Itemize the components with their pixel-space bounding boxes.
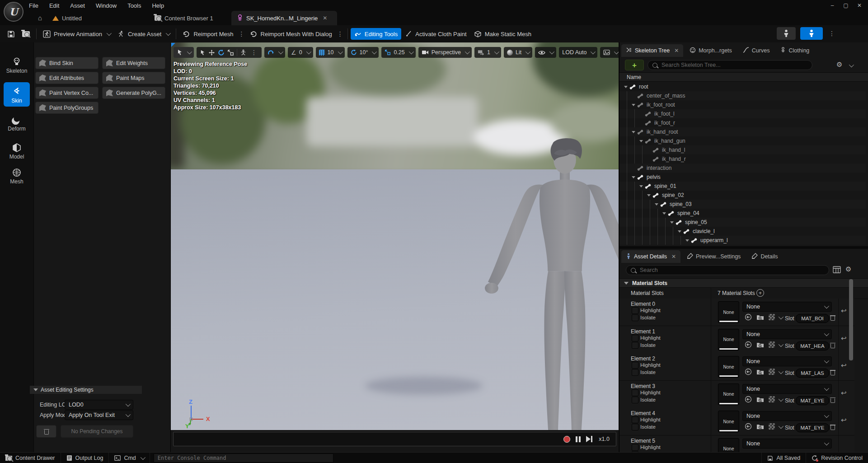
tab-details[interactable]: Details [747, 250, 782, 263]
expander-icon[interactable] [632, 131, 635, 133]
preview-animation-button[interactable]: Preview Animation [39, 28, 114, 40]
isolate-checkbox[interactable] [632, 397, 638, 403]
slot-name-field[interactable]: MAT_EYE [796, 423, 829, 432]
material-slots-section-header[interactable]: Material Slots [619, 278, 868, 288]
make-static-mesh-button[interactable]: Make Static Mesh [470, 28, 535, 40]
material-dropdown[interactable]: None [742, 384, 832, 394]
cmd-selector[interactable]: Cmd [109, 453, 150, 463]
selection-mode-dropdown[interactable] [174, 47, 194, 58]
reimport-mesh-dialog-button[interactable]: Reimport Mesh With Dialog [246, 28, 336, 40]
tab-morph-rgets[interactable]: Morph...rgets [685, 44, 737, 57]
tree-row-interaction[interactable]: interaction [619, 164, 866, 173]
tree-row-ik_foot_r[interactable]: ik_foot_r [619, 118, 866, 127]
skeleton-search-box[interactable] [647, 60, 812, 70]
delete-slot-icon[interactable] [830, 397, 835, 403]
expander-icon[interactable] [678, 230, 681, 233]
record-button[interactable] [563, 436, 570, 443]
screen-percentage-dropdown[interactable]: 1 [474, 47, 501, 58]
preview-mesh-toggle-button[interactable] [777, 27, 796, 40]
view-mode-dropdown[interactable]: Lit [504, 47, 532, 58]
editing-tools-button[interactable]: Editing Tools [351, 28, 401, 40]
mode-item-model[interactable]: Model [4, 142, 30, 160]
tree-row-root[interactable]: root [619, 82, 866, 91]
material-thumbnail[interactable]: None [718, 411, 739, 432]
chevron-down-icon[interactable] [779, 369, 784, 374]
asset-editing-settings-header[interactable]: Asset Editing Settings [30, 386, 142, 394]
revision-control-button[interactable]: Revision Control [806, 453, 868, 463]
tab-asset-details[interactable]: Asset Details✕ [621, 250, 680, 263]
reset-to-default-icon[interactable]: ↩ [841, 416, 847, 424]
tool-paint-vertex-co-[interactable]: Paint Vertex Co... [35, 87, 99, 99]
browse-to-asset-icon[interactable] [756, 314, 764, 322]
material-thumbnail[interactable]: None [718, 301, 739, 323]
menu-file[interactable]: File [23, 0, 44, 11]
tab-close-icon[interactable]: ✕ [323, 15, 327, 21]
expander-icon[interactable] [632, 176, 635, 178]
menu-edit[interactable]: Edit [44, 0, 65, 11]
skeleton-settings-gear-icon[interactable]: ⚙ [836, 61, 842, 69]
browse-to-asset-icon[interactable] [756, 423, 764, 431]
tab-curves[interactable]: Curves [738, 44, 774, 57]
reset-to-default-icon[interactable]: ↩ [841, 334, 847, 342]
tree-row-clavicle_l[interactable]: clavicle_l [619, 227, 866, 236]
material-thumbnail[interactable]: None [718, 383, 739, 405]
close-button[interactable]: ✕ [853, 1, 866, 10]
tree-row-spine_01[interactable]: spine_01 [619, 182, 866, 191]
expander-icon[interactable] [662, 212, 666, 215]
highlight-checkbox[interactable] [632, 416, 638, 423]
material-dropdown[interactable]: None [742, 356, 832, 366]
menu-help[interactable]: Help [146, 0, 169, 11]
screenshot-dropdown[interactable] [600, 47, 619, 58]
unreal-logo-icon[interactable]: U [4, 2, 23, 22]
use-selected-asset-icon[interactable] [745, 396, 752, 404]
output-log-button[interactable]: Output Log [61, 453, 109, 463]
all-saved-indicator[interactable]: All Saved [761, 453, 806, 463]
highlight-checkbox[interactable] [632, 362, 638, 369]
expander-icon[interactable] [624, 86, 628, 88]
show-flags-dropdown[interactable] [535, 47, 556, 58]
reference-pose-icon[interactable] [240, 49, 247, 56]
material-dropdown[interactable]: None [742, 411, 832, 421]
chevron-down-icon[interactable] [779, 341, 784, 346]
expander-icon[interactable] [670, 221, 674, 224]
tree-name-column-header[interactable]: Name [619, 72, 868, 82]
chevron-down-icon[interactable] [779, 314, 784, 319]
use-selected-asset-icon[interactable] [745, 423, 752, 431]
tab-content-browser[interactable]: Content Browser 1 [149, 11, 219, 25]
details-scrollbar[interactable] [849, 279, 853, 360]
activate-cloth-paint-button[interactable]: Activate Cloth Paint [401, 28, 470, 40]
tool-bind-skin[interactable]: Bind Skin [35, 57, 99, 69]
tree-row-ik_hand_l[interactable]: ik_hand_l [619, 145, 866, 154]
menu-window[interactable]: Window [90, 0, 122, 11]
highlight-checkbox[interactable] [632, 389, 638, 396]
tree-row-spine_05[interactable]: spine_05 [619, 218, 866, 227]
editing-lod-dropdown[interactable]: LOD0 [65, 400, 133, 410]
rotation-snap-dropdown[interactable]: 10° [347, 47, 379, 58]
tab-preview-settings[interactable]: Preview...Settings [682, 250, 745, 263]
content-drawer-button[interactable]: Content Drawer [0, 453, 61, 463]
texture-streaming-icon[interactable] [769, 341, 775, 348]
minimize-button[interactable]: – [826, 1, 839, 10]
expander-icon[interactable] [685, 239, 689, 242]
toolbar-overflow-icon[interactable]: ⋮ [827, 30, 836, 37]
material-dropdown[interactable]: None [742, 329, 832, 339]
maximize-button[interactable]: ▢ [839, 1, 853, 10]
reimport-mesh-button[interactable]: Reimport Mesh [179, 28, 237, 40]
skeleton-search-input[interactable] [661, 61, 807, 69]
rotate-tool-icon[interactable] [218, 49, 225, 56]
tool-edit-attributes[interactable]: Edit Attributes [35, 72, 99, 84]
tab-close-icon[interactable]: ✕ [671, 253, 676, 260]
highlight-checkbox[interactable] [632, 307, 638, 314]
expander-icon[interactable] [639, 140, 643, 142]
reset-to-default-icon[interactable]: ↩ [841, 361, 847, 369]
slot-name-field[interactable]: MAT_BOI [796, 314, 829, 323]
add-material-slot-icon[interactable]: + [756, 289, 764, 297]
translate-tool-icon[interactable] [208, 49, 215, 56]
panel-splitter[interactable] [619, 246, 868, 249]
tree-row-ik_foot_root[interactable]: ik_foot_root [619, 100, 866, 109]
reimport-dialog-options-icon[interactable]: ⋮ [336, 30, 345, 37]
expander-icon[interactable] [647, 194, 651, 196]
tree-row-spine_02[interactable]: spine_02 [619, 191, 866, 200]
scale-snap-dropdown[interactable]: 0.25 [381, 47, 415, 58]
tree-row-ik_hand_root[interactable]: ik_hand_root [619, 127, 866, 136]
